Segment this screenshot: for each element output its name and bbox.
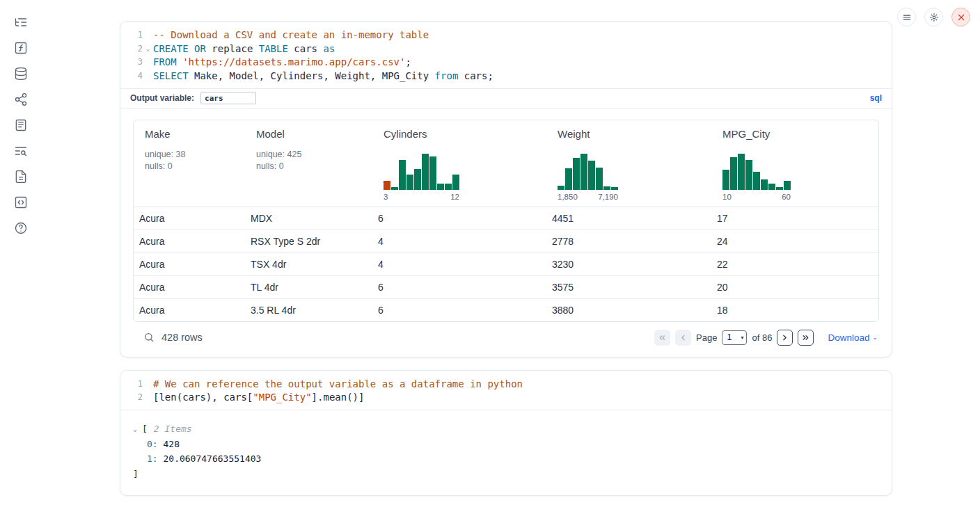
histogram-bar[interactable] — [406, 175, 413, 190]
histogram-bar[interactable] — [596, 168, 603, 190]
histogram-bar[interactable] — [603, 186, 610, 190]
code-line[interactable]: 4SELECT Make, Model, Cylinders, Weight, … — [125, 69, 880, 83]
histogram-bar[interactable] — [452, 175, 459, 190]
histogram-bar[interactable] — [414, 169, 421, 190]
dependency-graph-icon[interactable] — [13, 91, 29, 108]
code-line[interactable]: 3FROM 'https://datasets.marimo.app/cars.… — [125, 55, 880, 69]
menu-button[interactable] — [897, 8, 916, 26]
histogram-bar[interactable] — [761, 179, 768, 190]
column-header-label[interactable]: Cylinders — [384, 128, 541, 140]
histogram-bar[interactable] — [776, 187, 783, 190]
code-line[interactable]: 1# We can reference the output variable … — [125, 377, 880, 391]
datasources-icon[interactable] — [13, 65, 29, 82]
logs-icon[interactable] — [13, 143, 29, 159]
line-number: 2 — [125, 392, 143, 402]
histogram-bar[interactable] — [580, 154, 587, 190]
table-row[interactable]: AcuraTSX 4dr4323022 — [134, 253, 878, 276]
column-header-label[interactable]: Model — [256, 128, 367, 140]
table-row[interactable]: Acura3.5 RL 4dr6388018 — [134, 299, 878, 321]
table-cell: 17 — [711, 207, 878, 230]
next-page-button[interactable] — [777, 330, 793, 346]
histogram-bar[interactable] — [437, 184, 444, 190]
code-line[interactable]: 2[len(cars), cars["MPG_City"].mean()] — [125, 390, 880, 404]
histogram-bar[interactable] — [738, 154, 745, 190]
scratchpad-icon[interactable] — [13, 117, 29, 134]
download-button[interactable]: Download ⌄ — [828, 332, 878, 343]
open-bracket: [ — [142, 421, 148, 437]
column-header-label[interactable]: MPG_City — [722, 128, 873, 140]
histogram-bar[interactable] — [422, 154, 429, 190]
table-header: Makeunique: 38nulls: 0Modelunique: 425nu… — [134, 120, 878, 207]
shutdown-close-button[interactable] — [951, 8, 970, 26]
column-header: Modelunique: 425nulls: 0 — [245, 120, 372, 207]
table-row[interactable]: AcuraRSX Type S 2dr4277824 — [134, 230, 878, 253]
histogram-bar[interactable] — [399, 160, 406, 190]
output-item: 0: 428 — [133, 437, 879, 452]
snippets-icon[interactable] — [13, 194, 29, 211]
fold-indicator[interactable]: ⌄ — [143, 45, 153, 52]
histogram-bar[interactable] — [573, 158, 580, 190]
table-cell: 6 — [372, 299, 546, 321]
histogram-bars — [384, 152, 459, 190]
code-line[interactable]: 1-- Download a CSV and create an in-memo… — [125, 28, 880, 42]
documentation-icon[interactable] — [13, 168, 29, 185]
search-icon[interactable] — [143, 332, 155, 343]
last-page-button[interactable] — [798, 330, 814, 346]
histogram-bar[interactable] — [722, 170, 729, 190]
items-summary: 2 Items — [154, 421, 192, 437]
first-page-button[interactable] — [654, 330, 670, 346]
collapse-chevron-icon[interactable]: ⌄ — [133, 421, 142, 437]
column-histogram: 1,8507,190 — [558, 152, 618, 201]
table-cell: 22 — [711, 253, 878, 275]
histogram-bar[interactable] — [784, 181, 791, 190]
table-cell: 4 — [372, 253, 546, 275]
column-header-label[interactable]: Make — [145, 128, 239, 140]
settings-gear-button[interactable] — [924, 8, 943, 26]
table-cell: Acura — [134, 230, 245, 252]
histogram-bar[interactable] — [745, 160, 752, 190]
table-cell: MDX — [245, 207, 372, 230]
table-footer: 428 rows Page 1 ▾ of 86 — [133, 322, 879, 354]
code-text: [len(cars), cars["MPG_City"].mean()] — [153, 392, 364, 403]
item-key: 0: — [147, 439, 158, 449]
column-header-label[interactable]: Weight — [558, 128, 706, 140]
table-cell: 4 — [372, 230, 546, 252]
column-stats: unique: 38nulls: 0 — [145, 149, 239, 172]
histogram-bar[interactable] — [391, 187, 398, 190]
item-value: 20.060747663551403 — [158, 453, 262, 464]
table-output-section: Makeunique: 38nulls: 0Modelunique: 425nu… — [120, 108, 892, 357]
close-bracket: ] — [133, 467, 879, 482]
help-icon[interactable] — [13, 220, 29, 236]
table-cell: 6 — [372, 207, 546, 230]
histogram-bar[interactable] — [445, 184, 452, 190]
table-row[interactable]: AcuraTL 4dr6357520 — [134, 276, 878, 299]
histogram-bar[interactable] — [768, 184, 775, 190]
histogram-bar[interactable] — [753, 172, 760, 190]
file-tree-icon[interactable] — [13, 14, 29, 31]
page-select[interactable]: 1 ▾ — [722, 330, 747, 345]
output-item: 1: 20.060747663551403 — [133, 451, 879, 467]
marimo-notebook: { "topbar": { "buttons": [ { "name": "me… — [0, 0, 980, 507]
functions-icon[interactable] — [13, 40, 29, 56]
sql-code-editor[interactable]: 1-- Download a CSV and create an in-memo… — [120, 22, 892, 88]
code-text: # We can reference the output variable a… — [153, 378, 523, 389]
histogram-bar[interactable] — [588, 161, 595, 190]
table-cell: 2778 — [546, 230, 711, 252]
output-variable-input[interactable] — [200, 92, 256, 104]
histogram-bar[interactable] — [558, 186, 564, 190]
table-row[interactable]: AcuraMDX6445117 — [134, 207, 878, 230]
histogram-bar[interactable] — [730, 157, 737, 190]
column-header: Cylinders312 — [372, 120, 546, 207]
data-table: Makeunique: 38nulls: 0Modelunique: 425nu… — [133, 120, 879, 322]
python-code-editor[interactable]: 1# We can reference the output variable … — [120, 371, 892, 410]
histogram-bar[interactable] — [429, 156, 436, 190]
histogram-bar[interactable] — [611, 187, 618, 190]
language-badge: sql — [870, 93, 882, 103]
histogram-bar[interactable] — [565, 168, 572, 190]
prev-page-button[interactable] — [675, 330, 691, 346]
histogram-bar[interactable] — [384, 181, 390, 190]
table-cell: 4451 — [546, 207, 711, 230]
table-cell: 3880 — [546, 299, 711, 321]
table-cell: TSX 4dr — [245, 253, 372, 275]
code-line[interactable]: 2⌄CREATE OR replace TABLE cars as — [125, 42, 880, 56]
